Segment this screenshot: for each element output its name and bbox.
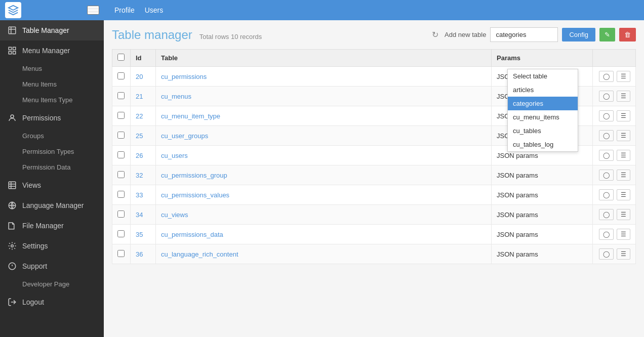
- row-menu-btn[interactable]: ☰: [617, 209, 630, 220]
- row-config-btn[interactable]: ◯: [599, 209, 614, 220]
- config-button[interactable]: Config: [562, 28, 595, 41]
- row-id: 26: [131, 146, 156, 165]
- row-table-link[interactable]: cu_user_groups: [161, 132, 208, 140]
- sidebar-item-language-manager[interactable]: Language Manager: [0, 195, 104, 216]
- table-row: 36 cu_language_rich_content JSON params …: [112, 244, 636, 264]
- dropdown-item-cu-tables[interactable]: cu_tables: [508, 124, 578, 138]
- row-table-link[interactable]: cu_users: [161, 152, 188, 159]
- row-menu-btn[interactable]: ☰: [617, 110, 630, 121]
- row-menu-btn[interactable]: ☰: [617, 189, 630, 200]
- sidebar-item-menu-items-type[interactable]: Menu Items Type: [0, 92, 104, 108]
- row-table-link[interactable]: cu_permissions_values: [161, 191, 229, 199]
- sidebar-item-menu-manager[interactable]: Menu Manager: [0, 40, 104, 61]
- row-table: cu_permissions: [156, 67, 492, 87]
- sidebar-item-views[interactable]: Views: [0, 175, 104, 195]
- row-checkbox[interactable]: [117, 171, 125, 178]
- row-table-link[interactable]: cu_permissions: [161, 73, 207, 80]
- row-checkbox-cell: [112, 146, 131, 165]
- table-header-row: Id Table Params: [112, 50, 636, 67]
- sidebar-item-permission-types[interactable]: Permission Types: [0, 144, 104, 159]
- table-row: 33 cu_permissions_values JSON params ◯ ☰: [112, 185, 636, 205]
- hamburger-button[interactable]: [87, 6, 99, 15]
- row-table: cu_views: [156, 205, 492, 225]
- row-menu-btn[interactable]: ☰: [617, 248, 630, 260]
- nav-profile[interactable]: Profile: [114, 6, 135, 14]
- table-icon: [7, 25, 17, 35]
- row-table: cu_permissions_values: [156, 185, 492, 205]
- dropdown-item-articles[interactable]: articles: [508, 83, 578, 97]
- row-actions-cell: ◯ ☰: [593, 225, 636, 244]
- row-table-link[interactable]: cu_language_rich_content: [161, 250, 238, 258]
- edit-button[interactable]: ✎: [599, 28, 615, 41]
- row-config-btn[interactable]: ◯: [599, 71, 614, 82]
- row-checkbox[interactable]: [117, 210, 125, 218]
- row-checkbox-cell: [112, 67, 131, 87]
- dropdown-item-categories[interactable]: categories: [508, 97, 578, 110]
- dropdown-item-select-table[interactable]: Select table: [508, 69, 578, 83]
- row-id: 25: [131, 126, 156, 146]
- sidebar-item-permissions[interactable]: Permissions: [0, 108, 104, 128]
- top-nav-links: Profile Users: [114, 6, 163, 14]
- row-table: cu_menus: [156, 87, 492, 106]
- row-checkbox[interactable]: [117, 92, 125, 99]
- sidebar-item-file-manager[interactable]: File Manager: [0, 216, 104, 236]
- sidebar-item-settings[interactable]: Settings: [0, 236, 104, 256]
- row-table-link[interactable]: cu_permissions_data: [161, 231, 223, 238]
- row-checkbox[interactable]: [117, 151, 125, 158]
- row-menu-btn[interactable]: ☰: [617, 150, 630, 161]
- row-menu-btn[interactable]: ☰: [617, 130, 630, 141]
- refresh-button[interactable]: ↻: [430, 28, 440, 41]
- row-checkbox[interactable]: [117, 191, 125, 198]
- delete-button[interactable]: 🗑: [619, 28, 636, 41]
- row-menu-btn[interactable]: ☰: [617, 229, 630, 240]
- top-nav: Profile Users: [0, 0, 644, 20]
- select-table-select[interactable]: Select table articles categories cu_menu…: [490, 27, 558, 42]
- sidebar-item-groups[interactable]: Groups: [0, 128, 104, 144]
- dropdown-item-cu-menu-items[interactable]: cu_menu_items: [508, 110, 578, 124]
- sidebar-item-developer-page[interactable]: Developer Page: [0, 276, 104, 292]
- row-actions-cell: ◯ ☰: [593, 165, 636, 185]
- sidebar-item-menus[interactable]: Menus: [0, 61, 104, 76]
- row-checkbox[interactable]: [117, 132, 125, 139]
- row-menu-btn[interactable]: ☰: [617, 170, 630, 181]
- sidebar-item-permission-data[interactable]: Permission Data: [0, 159, 104, 175]
- row-config-btn[interactable]: ◯: [599, 170, 614, 181]
- row-table-link[interactable]: cu_menu_item_type: [161, 112, 220, 120]
- row-checkbox-cell: [112, 244, 131, 264]
- row-actions-cell: ◯ ☰: [593, 106, 636, 126]
- table-row: 32 cu_permissions_group JSON params ◯ ☰: [112, 165, 636, 185]
- row-table: cu_permissions_group: [156, 165, 492, 185]
- sidebar-item-table-manager[interactable]: Table Manager: [0, 20, 104, 40]
- row-config-btn[interactable]: ◯: [599, 130, 614, 141]
- row-table-link[interactable]: cu_menus: [161, 93, 191, 100]
- row-config-btn[interactable]: ◯: [599, 189, 614, 200]
- svg-rect-1: [9, 47, 11, 50]
- sidebar-item-logout[interactable]: Logout: [0, 292, 104, 312]
- dropdown-item-cu-tables-log[interactable]: cu_tables_log: [508, 138, 578, 151]
- menu-icon: [7, 46, 17, 56]
- row-table-link[interactable]: cu_views: [161, 211, 188, 219]
- row-actions: ◯ ☰: [598, 189, 630, 200]
- row-config-btn[interactable]: ◯: [599, 229, 614, 240]
- page-title: Table manager: [112, 28, 192, 42]
- row-checkbox[interactable]: [117, 112, 125, 119]
- th-id: Id: [131, 50, 156, 67]
- select-table-dropdown[interactable]: Select table articles categories cu_menu…: [490, 27, 558, 42]
- row-checkbox[interactable]: [117, 72, 125, 79]
- row-actions: ◯ ☰: [598, 170, 630, 181]
- nav-users[interactable]: Users: [145, 6, 164, 14]
- row-config-btn[interactable]: ◯: [599, 91, 614, 102]
- row-id: 35: [131, 225, 156, 244]
- row-config-btn[interactable]: ◯: [599, 110, 614, 121]
- row-checkbox[interactable]: [117, 230, 125, 237]
- row-menu-btn[interactable]: ☰: [617, 91, 630, 102]
- row-table-link[interactable]: cu_permissions_group: [161, 172, 227, 179]
- sidebar-item-support[interactable]: Support: [0, 256, 104, 276]
- row-id: 32: [131, 165, 156, 185]
- select-all-checkbox[interactable]: [117, 54, 125, 61]
- row-config-btn[interactable]: ◯: [599, 248, 614, 260]
- row-checkbox[interactable]: [117, 250, 125, 257]
- row-menu-btn[interactable]: ☰: [617, 71, 630, 82]
- row-config-btn[interactable]: ◯: [599, 150, 614, 161]
- sidebar-item-menu-items[interactable]: Menu Items: [0, 76, 104, 92]
